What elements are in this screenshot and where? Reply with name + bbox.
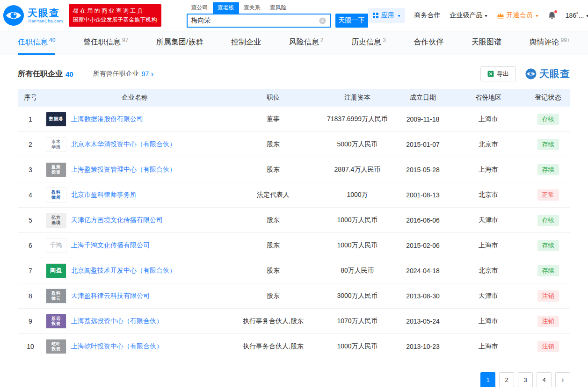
region-cell: 北京市 bbox=[451, 132, 526, 157]
company-link[interactable]: 上海千鸿文化传播有限公司 bbox=[71, 241, 150, 250]
account-phone: 186˚... bbox=[566, 12, 584, 19]
company-link[interactable]: 上海数据港股份有限公司 bbox=[71, 115, 143, 123]
search-tabs: 查公司查老板查关系查风险 bbox=[187, 3, 368, 14]
caret-down-icon: ▾ bbox=[536, 13, 538, 18]
position-cell: 执行事务合伙人,股东 bbox=[226, 334, 320, 359]
company-link[interactable]: 北京水木华清投资中心（有限合伙） bbox=[71, 140, 176, 149]
position-cell: 股东 bbox=[226, 208, 320, 233]
company-link[interactable]: 上海屹叶投资中心（有限合伙） bbox=[71, 342, 163, 351]
company-link[interactable]: 上海盈策投资管理中心（有限合伙） bbox=[71, 166, 176, 174]
company-wrap: 千鸿上海千鸿文化传播有限公司 bbox=[46, 238, 226, 253]
search-tab-4[interactable]: 查风险 bbox=[265, 2, 291, 14]
status-cell: 注销 bbox=[526, 283, 570, 309]
company-link[interactable]: 北京阖盈技术开发中心（有限合伙） bbox=[71, 267, 176, 275]
search-tab-3[interactable]: 查关系 bbox=[239, 2, 265, 14]
nav-tab-label: 所属集团/族群 bbox=[156, 37, 203, 47]
company-logo: 盈科律所 bbox=[46, 188, 66, 202]
company-cell: 千鸿上海千鸿文化传播有限公司 bbox=[43, 233, 226, 258]
region-cell: 上海市 bbox=[451, 334, 526, 359]
nav-tab-7[interactable]: 合作伙伴 bbox=[414, 31, 443, 55]
grid-icon bbox=[373, 13, 378, 18]
company-link[interactable]: 天津盈科律云科技有限公司 bbox=[71, 292, 150, 300]
capital-cell: 2887.4万人民币 bbox=[320, 157, 395, 182]
row-index-cell: 7 bbox=[18, 258, 43, 283]
next-page-button[interactable]: › bbox=[555, 372, 570, 387]
capital-cell: 80万人民币 bbox=[320, 258, 395, 283]
row-index-cell: 4 bbox=[18, 182, 43, 208]
table-row: 4盈科律所北京市盈科律师事务所法定代表人1000万2001-08-13北京市正常 bbox=[18, 182, 570, 208]
nav-tab-1[interactable]: 任职信息40 bbox=[18, 31, 55, 55]
export-button[interactable]: 导出 bbox=[480, 66, 516, 81]
enterprise-product-menu[interactable]: 企业级产品 ▾ bbox=[450, 11, 487, 20]
nav-tab-2[interactable]: 曾任职信息97 bbox=[83, 31, 128, 55]
search-button[interactable]: 天眼一下 bbox=[335, 14, 368, 28]
business-coop-link[interactable]: 商务合作 bbox=[414, 11, 441, 20]
nav-tab-label: 风险信息 bbox=[289, 37, 319, 47]
company-cell: 水木华清北京水木华清投资中心（有限合伙） bbox=[43, 132, 226, 157]
region-cell: 天津市 bbox=[451, 208, 526, 233]
position-cell: 股东 bbox=[226, 283, 320, 309]
company-wrap: 荔远投资上海荔远投资中心（有限合伙） bbox=[46, 314, 226, 329]
status-cell: 存续 bbox=[526, 258, 570, 283]
nav-tab-label: 曾任职信息 bbox=[83, 37, 121, 47]
status-badge: 存续 bbox=[537, 114, 559, 125]
status-cell: 正常 bbox=[526, 182, 570, 208]
company-cell: 荔远投资上海荔远投资中心（有限合伙） bbox=[43, 309, 226, 334]
company-link[interactable]: 天津亿方画境文化传播有限公司 bbox=[71, 216, 163, 224]
established-date-cell: 2001-08-13 bbox=[395, 182, 451, 208]
company-logo: 荔远投资 bbox=[46, 314, 66, 329]
status-badge: 注销 bbox=[537, 290, 559, 302]
vip-menu[interactable]: 开通会员 ▾ bbox=[497, 11, 538, 20]
nav-tab-5[interactable]: 风险信息2 bbox=[289, 31, 324, 55]
account-menu[interactable]: 186˚... ▾ bbox=[566, 12, 588, 19]
row-index-cell: 1 bbox=[18, 107, 43, 132]
search-tab-2[interactable]: 查老板 bbox=[213, 2, 239, 14]
row-index-cell: 6 bbox=[18, 233, 43, 258]
column-header: 职位 bbox=[226, 89, 320, 107]
search-input[interactable] bbox=[188, 17, 317, 24]
column-header: 登记状态 bbox=[526, 89, 570, 107]
established-date-cell: 2009-11-18 bbox=[395, 107, 451, 132]
clear-icon[interactable] bbox=[317, 17, 330, 24]
nav-tab-count: 97 bbox=[122, 37, 128, 43]
region-cell: 上海市 bbox=[451, 157, 526, 182]
established-date-cell: 2015-01-07 bbox=[395, 132, 451, 157]
search-block: 查公司查老板查关系查风险 天眼一下 bbox=[187, 3, 368, 28]
apps-label: 应用 bbox=[381, 11, 394, 20]
established-date-cell: 2024-04-18 bbox=[395, 258, 451, 283]
status-cell: 存续 bbox=[526, 107, 570, 132]
search-tab-1[interactable]: 查公司 bbox=[187, 2, 213, 14]
region-cell: 上海市 bbox=[451, 309, 526, 334]
status-cell: 注销 bbox=[526, 309, 570, 334]
page-button-3[interactable]: 3 bbox=[518, 372, 533, 387]
status-cell: 存续 bbox=[526, 208, 570, 233]
nav-tab-9[interactable]: 舆情评论99+ bbox=[530, 31, 570, 55]
nav-tab-6[interactable]: 历史信息3 bbox=[351, 31, 386, 55]
position-cell: 股东 bbox=[226, 233, 320, 258]
tianyancha-logo[interactable]: 天眼查 TianYanCha.com bbox=[3, 5, 63, 26]
row-index-cell: 3 bbox=[18, 157, 43, 182]
search-input-wrap bbox=[187, 14, 331, 28]
nav-tab-label: 历史信息 bbox=[351, 37, 381, 47]
company-cell: 盈策投资上海盈策投资管理中心（有限合伙） bbox=[43, 157, 226, 182]
position-cell: 股东 bbox=[226, 258, 320, 283]
column-header: 省份地区 bbox=[451, 89, 526, 107]
status-badge: 注销 bbox=[537, 316, 559, 327]
nav-tab-4[interactable]: 控制企业 bbox=[231, 31, 261, 55]
page-button-4[interactable]: 4 bbox=[537, 372, 552, 387]
region-cell: 上海市 bbox=[451, 233, 526, 258]
established-date-cell: 2015-05-28 bbox=[395, 157, 451, 182]
tianyancha-eye-icon bbox=[3, 5, 24, 26]
page-button-1[interactable]: 1 bbox=[480, 372, 495, 387]
nav-tab-3[interactable]: 所属集团/族群 bbox=[156, 31, 203, 55]
nav-tab-8[interactable]: 天眼图谱 bbox=[472, 31, 501, 55]
row-index-cell: 10 bbox=[18, 334, 43, 359]
notification-bell[interactable] bbox=[548, 11, 556, 20]
company-link[interactable]: 北京市盈科律师事务所 bbox=[71, 191, 137, 199]
row-index-cell: 8 bbox=[18, 283, 43, 309]
page-button-2[interactable]: 2 bbox=[499, 372, 514, 387]
former-positions-link[interactable]: 所有曾任职企业 97 › bbox=[93, 70, 154, 78]
company-link[interactable]: 上海荔远投资中心（有限合伙） bbox=[71, 317, 163, 325]
apps-menu[interactable]: 应用 ▾ bbox=[368, 8, 405, 23]
status-badge: 注销 bbox=[537, 341, 559, 352]
